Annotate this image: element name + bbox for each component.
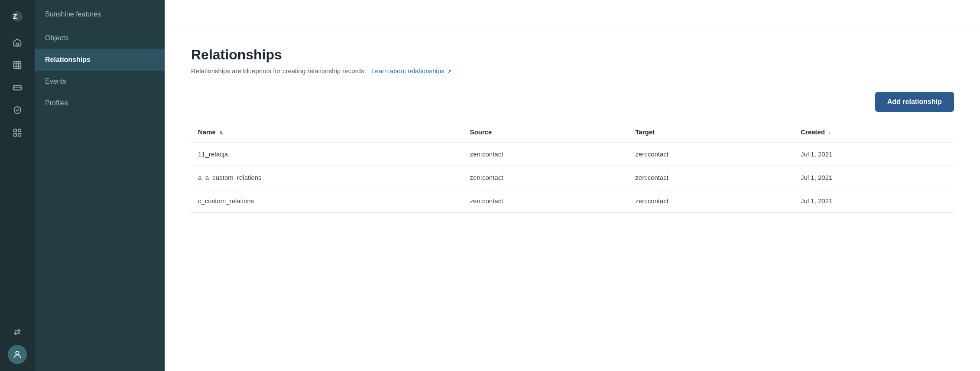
svg-point-15	[16, 351, 19, 355]
apps-nav-icon[interactable]	[8, 123, 27, 142]
table-body: 11_relacjazen:contactzen:contactJul 1, 2…	[191, 142, 954, 213]
col-created-label: Created	[801, 128, 825, 136]
left-nav-header: Sunshine features	[35, 0, 165, 27]
cell-created: Jul 1, 2021	[794, 142, 954, 166]
created-sort-icon[interactable]: ↕	[828, 130, 831, 135]
col-source-label: Source	[470, 128, 492, 136]
page-title: Relationships	[191, 47, 954, 63]
cell-target: zen:contact	[628, 166, 794, 189]
cell-target: zen:contact	[628, 189, 794, 213]
col-name[interactable]: Name ⇅	[191, 122, 463, 142]
svg-text:Z: Z	[13, 13, 17, 20]
transfer-nav-icon[interactable]	[8, 322, 27, 342]
description-text: Relationships are blueprints for creatin…	[191, 67, 366, 75]
user-avatar[interactable]	[8, 345, 27, 364]
cell-source: zen:contact	[463, 142, 629, 166]
zendesk-logo[interactable]: Z	[8, 7, 27, 26]
content-area: Relationships Relationships are blueprin…	[165, 26, 980, 234]
left-nav: Sunshine features Objects Relationships …	[35, 0, 165, 371]
svg-rect-7	[13, 85, 21, 90]
svg-rect-10	[18, 129, 21, 132]
add-relationship-button[interactable]: Add relationship	[875, 92, 954, 112]
shield-nav-icon[interactable]	[8, 101, 27, 120]
col-source: Source	[463, 122, 629, 142]
col-name-label: Name	[198, 128, 216, 136]
table-row[interactable]: a_a_custom_relationszen:contactzen:conta…	[191, 166, 954, 189]
table-header: Name ⇅ Source Target Created ↕	[191, 122, 954, 142]
main-header	[165, 0, 980, 26]
col-created[interactable]: Created ↕	[794, 122, 954, 142]
main-content: Relationships Relationships are blueprin…	[165, 0, 980, 371]
cell-name: c_custom_relations	[191, 189, 463, 213]
cell-source: zen:contact	[463, 189, 629, 213]
home-nav-icon[interactable]	[8, 33, 27, 52]
building-nav-icon[interactable]	[8, 55, 27, 75]
svg-rect-2	[14, 62, 21, 69]
cell-target: zen:contact	[628, 142, 794, 166]
svg-rect-12	[18, 133, 21, 136]
svg-rect-1	[16, 43, 19, 46]
relationships-table: Name ⇅ Source Target Created ↕ 11_	[191, 122, 954, 213]
learn-link-text: Learn about relationships	[371, 67, 444, 75]
col-target-label: Target	[635, 128, 655, 136]
col-target: Target	[628, 122, 794, 142]
card-nav-icon[interactable]	[8, 78, 27, 97]
svg-rect-9	[14, 129, 16, 132]
sidebar-item-relationships[interactable]: Relationships	[35, 49, 165, 71]
sidebar-item-objects[interactable]: Objects	[35, 27, 165, 49]
sidebar-item-profiles[interactable]: Profiles	[35, 92, 165, 114]
action-row: Add relationship	[191, 92, 954, 112]
sidebar-item-events[interactable]: Events	[35, 71, 165, 92]
external-link-icon: ↗	[447, 68, 451, 75]
svg-rect-11	[14, 133, 16, 136]
cell-source: zen:contact	[463, 166, 629, 189]
cell-created: Jul 1, 2021	[794, 189, 954, 213]
name-sort-icon[interactable]: ⇅	[219, 130, 223, 135]
page-description: Relationships are blueprints for creatin…	[191, 67, 954, 75]
table-row[interactable]: 11_relacjazen:contactzen:contactJul 1, 2…	[191, 142, 954, 166]
learn-link[interactable]: Learn about relationships ↗	[371, 67, 451, 75]
icon-sidebar: Z	[0, 0, 35, 371]
table-row[interactable]: c_custom_relationszen:contactzen:contact…	[191, 189, 954, 213]
cell-name: 11_relacja	[191, 142, 463, 166]
cell-name: a_a_custom_relations	[191, 166, 463, 189]
cell-created: Jul 1, 2021	[794, 166, 954, 189]
